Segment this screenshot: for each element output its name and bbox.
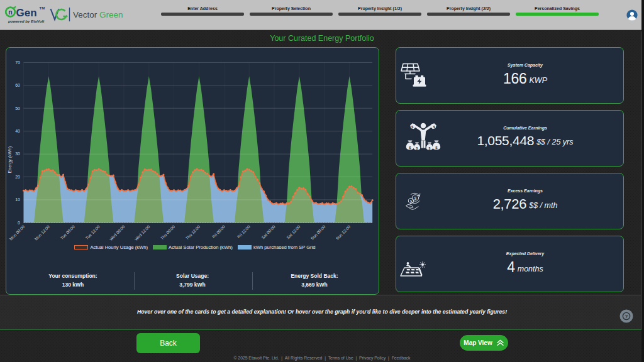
svg-text:Thu 00:00: Thu 00:00 — [160, 224, 176, 241]
svg-text:Tue 12:00: Tue 12:00 — [84, 224, 101, 241]
svg-text:50: 50 — [15, 106, 20, 111]
svg-text:30: 30 — [15, 151, 20, 156]
svg-text:$: $ — [410, 199, 412, 202]
svg-text:Mon 00:00: Mon 00:00 — [9, 224, 26, 241]
svg-text:20: 20 — [15, 175, 20, 179]
svg-text:Sat 00:00: Sat 00:00 — [260, 224, 276, 240]
svg-text:60: 60 — [15, 83, 20, 87]
svg-text:Fri 12:00: Fri 12:00 — [236, 224, 251, 239]
svg-text:Wed 00:00: Wed 00:00 — [109, 224, 126, 241]
svg-text:70: 70 — [15, 60, 20, 65]
svg-text:10: 10 — [15, 197, 20, 202]
svg-text:TM: TM — [40, 6, 45, 10]
svg-text:Sun 00:00: Sun 00:00 — [310, 224, 326, 241]
svg-text:$: $ — [416, 146, 418, 150]
svg-text:0: 0 — [18, 221, 20, 225]
svg-text:40: 40 — [15, 129, 20, 133]
svg-text:Vector Green: Vector Green — [73, 10, 123, 19]
svg-text:n: n — [8, 8, 12, 16]
svg-text:Sat 12:00: Sat 12:00 — [286, 224, 301, 240]
svg-text:$: $ — [414, 195, 417, 200]
svg-text:?: ? — [625, 314, 628, 319]
svg-text:Mon 12:00: Mon 12:00 — [33, 224, 50, 241]
svg-text:Energy (kWh): Energy (kWh) — [8, 146, 13, 173]
svg-text:Gen: Gen — [16, 7, 37, 19]
svg-text:Wed 12:00: Wed 12:00 — [133, 224, 150, 241]
svg-text:powered by EtaVolt: powered by EtaVolt — [8, 19, 45, 23]
svg-text:Fri 00:00: Fri 00:00 — [211, 224, 226, 239]
svg-text:Tue 00:00: Tue 00:00 — [59, 224, 75, 241]
svg-text:Thu 12:00: Thu 12:00 — [185, 224, 201, 241]
svg-text:Sun 12:00: Sun 12:00 — [335, 224, 351, 241]
